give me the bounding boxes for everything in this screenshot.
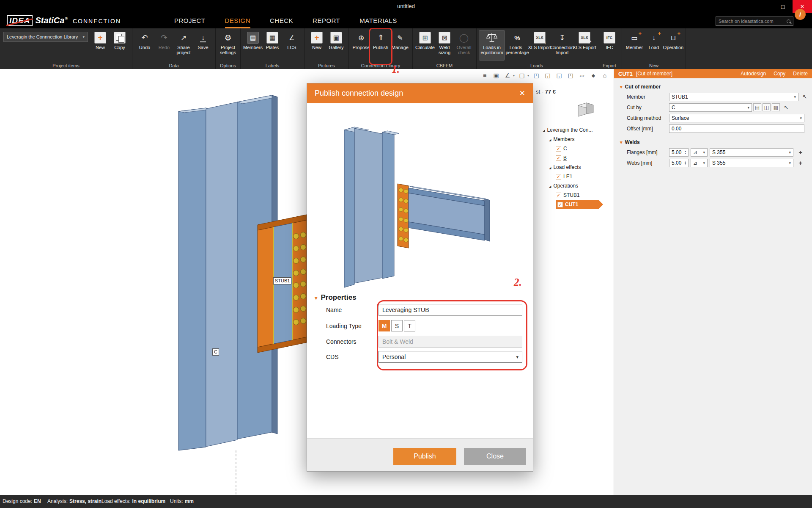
spinner-icon[interactable] bbox=[685, 161, 686, 165]
chevron-down-icon[interactable]: ▾ bbox=[527, 74, 529, 77]
checkbox-checked-icon[interactable] bbox=[557, 202, 563, 207]
maximize-button[interactable] bbox=[773, 0, 793, 13]
cutting-method-select[interactable]: Surface▾ bbox=[669, 114, 804, 122]
selection-mode-icon[interactable] bbox=[518, 71, 526, 80]
connection-name-input[interactable] bbox=[379, 304, 522, 316]
add-flange-weld-button[interactable] bbox=[797, 149, 804, 156]
undo-button[interactable]: Undo bbox=[135, 30, 154, 60]
tree-item-member-b[interactable]: B bbox=[543, 153, 611, 163]
expander-icon[interactable] bbox=[543, 127, 545, 133]
flanges-material-select[interactable]: S 355▾ bbox=[710, 148, 793, 157]
cut-by-edge-icon[interactable]: ▨ bbox=[772, 103, 780, 111]
webs-material-select[interactable]: S 355▾ bbox=[710, 159, 793, 167]
gallery-button[interactable]: Gallery bbox=[326, 30, 346, 60]
xls-import-button[interactable]: XLS Import bbox=[530, 30, 549, 60]
copy-project-button[interactable]: Copy bbox=[110, 30, 129, 60]
checkbox-checked-icon[interactable] bbox=[556, 146, 561, 152]
tree-item-stub1[interactable]: STUB1 bbox=[543, 190, 611, 200]
chevron-down-icon[interactable]: ▾ bbox=[513, 74, 515, 77]
new-load-button[interactable]: Load bbox=[644, 30, 664, 60]
loads-percentage-button[interactable]: Loads - percentage bbox=[505, 30, 530, 60]
dialog-publish-button[interactable]: Publish bbox=[393, 448, 456, 465]
weld-sizing-button[interactable]: Weld sizing bbox=[435, 30, 454, 60]
copy-operation-button[interactable]: Copy bbox=[774, 71, 785, 77]
webs-weld-type-select[interactable]: ▾ bbox=[691, 159, 708, 167]
fit-view-icon[interactable] bbox=[492, 71, 500, 80]
tab-design[interactable]: DESIGN bbox=[225, 13, 251, 28]
pick-cutting-entity-icon[interactable] bbox=[783, 104, 790, 111]
tree-root[interactable]: Leveragin the Con... bbox=[543, 125, 611, 135]
pick-member-icon[interactable] bbox=[801, 94, 808, 100]
loading-type-t-button[interactable]: T bbox=[404, 320, 415, 331]
top-view-icon[interactable] bbox=[555, 71, 563, 80]
member-select[interactable]: STUB1▾ bbox=[669, 93, 798, 101]
tree-item-le1[interactable]: LE1 bbox=[543, 172, 611, 181]
checkbox-checked-icon[interactable] bbox=[556, 193, 561, 198]
tree-group-load-effects[interactable]: Load effects bbox=[543, 163, 611, 172]
expander-icon[interactable] bbox=[549, 164, 551, 170]
ifc-export-button[interactable]: IFC bbox=[600, 30, 619, 60]
minimize-button[interactable] bbox=[754, 0, 773, 13]
workplane-icon[interactable] bbox=[578, 71, 586, 80]
spinner-icon[interactable] bbox=[685, 150, 686, 155]
cut-by-select[interactable]: C▾ bbox=[669, 103, 752, 112]
section-welds[interactable]: Welds bbox=[614, 134, 812, 147]
publish-button[interactable]: 1. Publish bbox=[371, 30, 390, 60]
overall-check-button[interactable]: Overall check bbox=[454, 30, 474, 60]
new-operation-button[interactable]: Operation bbox=[664, 30, 683, 60]
offset-input[interactable] bbox=[669, 124, 804, 133]
autodesign-button[interactable]: Autodesign bbox=[741, 71, 766, 77]
render-mode-icon[interactable] bbox=[589, 71, 598, 80]
labels-members-button[interactable]: Members bbox=[243, 30, 263, 60]
propose-button[interactable]: Propose bbox=[351, 30, 371, 60]
calculate-button[interactable]: Calculate bbox=[415, 30, 435, 60]
section-cut-of-member[interactable]: Cut of member bbox=[614, 78, 812, 91]
tab-project[interactable]: PROJECT bbox=[174, 13, 206, 28]
side-view-icon[interactable] bbox=[566, 71, 575, 80]
connection-import-button[interactable]: Connection Import bbox=[549, 30, 575, 60]
dialog-close-action-button[interactable]: Close bbox=[464, 448, 526, 465]
checkbox-checked-icon[interactable] bbox=[556, 155, 561, 161]
expander-icon[interactable] bbox=[549, 183, 551, 189]
project-dropdown[interactable]: Leveragin the Connnection Library ▾ bbox=[3, 32, 88, 42]
loads-in-equilibrium-button[interactable]: Loads in equilibrium bbox=[479, 30, 505, 60]
tree-group-operations[interactable]: Operations bbox=[543, 181, 611, 190]
display-settings-icon[interactable] bbox=[480, 71, 489, 80]
share-project-button[interactable]: Share project bbox=[174, 30, 193, 60]
delete-operation-button[interactable]: Delete bbox=[793, 71, 808, 77]
flanges-weld-type-select[interactable]: ▾ bbox=[691, 148, 708, 157]
new-picture-button[interactable]: New bbox=[307, 30, 326, 60]
navigation-cube[interactable] bbox=[575, 99, 597, 118]
webs-size-stepper[interactable]: 5.00 bbox=[669, 159, 689, 167]
tree-item-member-c[interactable]: C bbox=[543, 144, 611, 153]
tab-check[interactable]: CHECK bbox=[270, 13, 293, 28]
new-member-button[interactable]: Member bbox=[625, 30, 644, 60]
tree-item-cut1-selected[interactable]: CUT1 bbox=[556, 200, 603, 209]
tree-group-members[interactable]: Members bbox=[543, 135, 611, 144]
loading-type-m-button[interactable]: M bbox=[379, 320, 390, 331]
notification-icon[interactable] bbox=[795, 9, 806, 20]
home-view-icon[interactable] bbox=[601, 71, 609, 80]
angle-measure-icon[interactable] bbox=[503, 71, 512, 80]
checkbox-checked-icon[interactable] bbox=[556, 174, 561, 179]
dialog-close-button[interactable] bbox=[513, 89, 525, 98]
redo-button[interactable]: Redo bbox=[154, 30, 174, 60]
add-web-weld-button[interactable] bbox=[797, 159, 804, 167]
tab-materials[interactable]: MATERIALS bbox=[359, 13, 397, 28]
cut-by-surface-icon[interactable]: ◫ bbox=[763, 103, 771, 111]
iso-view-icon[interactable] bbox=[532, 71, 540, 80]
flanges-size-stepper[interactable]: 5.00 bbox=[669, 148, 689, 157]
loading-type-s-button[interactable]: S bbox=[391, 320, 403, 331]
manage-button[interactable]: Manage bbox=[390, 30, 410, 60]
expander-icon[interactable] bbox=[549, 136, 551, 142]
cut-by-plate-icon[interactable]: ▤ bbox=[753, 103, 761, 111]
xls-export-button[interactable]: XLS Export bbox=[575, 30, 594, 60]
tab-report[interactable]: REPORT bbox=[313, 13, 340, 28]
labels-plates-button[interactable]: Plates bbox=[263, 30, 282, 60]
cds-select[interactable]: Personal▾ bbox=[379, 351, 522, 363]
search-input[interactable] bbox=[719, 19, 785, 24]
front-view-icon[interactable] bbox=[543, 71, 552, 80]
labels-lcs-button[interactable]: LCS bbox=[282, 30, 302, 60]
new-project-button[interactable]: New bbox=[91, 30, 110, 60]
dialog-properties-section[interactable]: Properties bbox=[315, 293, 357, 302]
